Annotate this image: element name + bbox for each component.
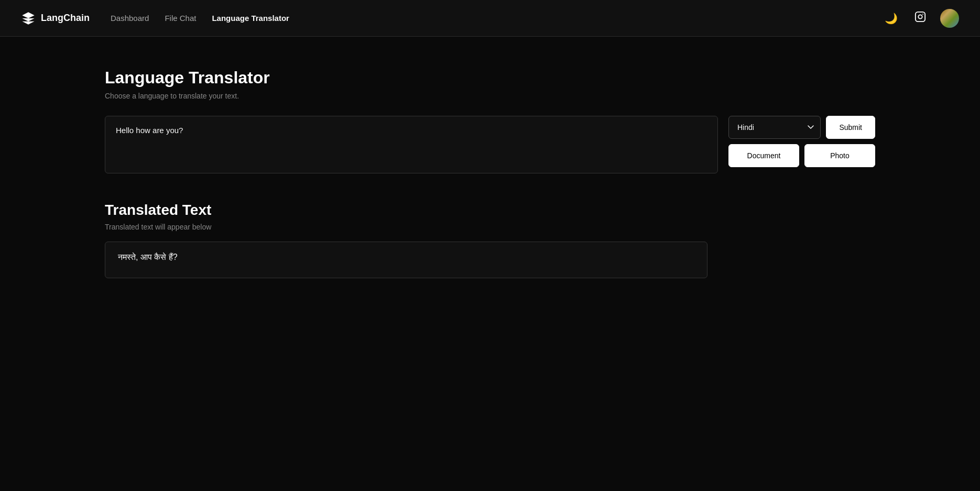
translated-section: Translated Text Translated text will app… xyxy=(105,202,875,278)
document-button[interactable]: Document xyxy=(728,144,799,167)
brand-link[interactable]: LangChain xyxy=(21,11,90,26)
main-content: Language Translator Choose a language to… xyxy=(0,37,980,310)
page-title: Language Translator xyxy=(105,68,875,88)
submit-button[interactable]: Submit xyxy=(826,116,875,139)
moon-icon: 🌙 xyxy=(885,12,898,25)
input-section: Hello how are you? Hindi Spanish French … xyxy=(105,116,875,176)
top-controls: Hindi Spanish French German Chinese Japa… xyxy=(728,116,875,139)
translation-input[interactable]: Hello how are you? xyxy=(105,116,718,173)
translated-subtitle: Translated text will appear below xyxy=(105,223,875,231)
svg-rect-0 xyxy=(916,12,925,21)
instagram-icon xyxy=(914,11,926,25)
translated-output: नमस्ते, आप कैसे हैं? xyxy=(105,242,707,278)
nav-link-dashboard[interactable]: Dashboard xyxy=(111,14,149,23)
instagram-button[interactable] xyxy=(911,9,930,28)
navbar: LangChain Dashboard File Chat Language T… xyxy=(0,0,980,37)
svg-point-1 xyxy=(918,15,922,18)
page-subtitle: Choose a language to translate your text… xyxy=(105,92,875,100)
photo-button[interactable]: Photo xyxy=(804,144,875,167)
brand-icon xyxy=(21,11,36,26)
avatar[interactable] xyxy=(940,9,959,28)
controls: Hindi Spanish French German Chinese Japa… xyxy=(728,116,875,167)
dark-mode-button[interactable]: 🌙 xyxy=(881,9,900,28)
nav-link-language-translator[interactable]: Language Translator xyxy=(212,14,289,23)
text-input-wrapper: Hello how are you? xyxy=(105,116,718,176)
svg-point-2 xyxy=(922,14,923,15)
translated-title: Translated Text xyxy=(105,202,875,219)
brand-name: LangChain xyxy=(41,13,90,24)
navbar-right: 🌙 xyxy=(881,9,959,28)
bottom-controls: Document Photo xyxy=(728,144,875,167)
language-select[interactable]: Hindi Spanish French German Chinese Japa… xyxy=(728,116,821,139)
nav-link-file-chat[interactable]: File Chat xyxy=(165,14,196,23)
nav-links: Dashboard File Chat Language Translator xyxy=(111,14,289,23)
navbar-left: LangChain Dashboard File Chat Language T… xyxy=(21,11,289,26)
